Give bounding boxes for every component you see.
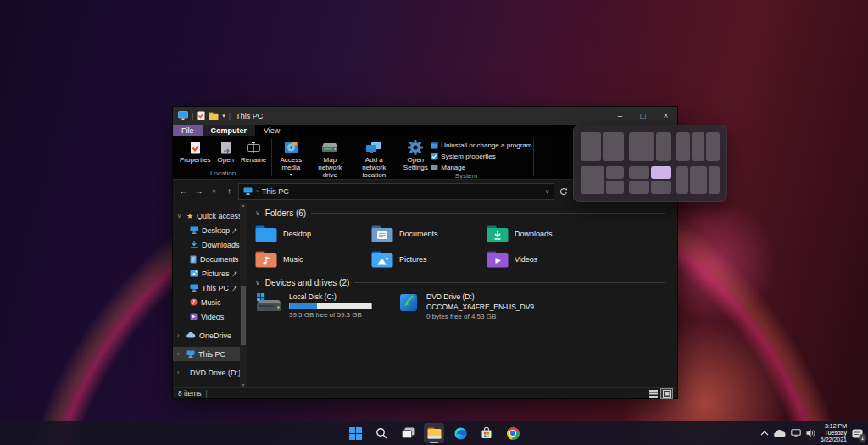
scroll-up-icon[interactable]: ▲ [242,203,246,208]
snap-cell[interactable] [606,181,623,194]
snap-cell[interactable] [581,132,601,161]
drive-tile-local-disk[interactable]: Local Disk (C:) 39.5 GB free of 59.3 GB [255,292,372,320]
snap-layout-two-columns[interactable] [581,132,624,161]
snap-cell[interactable] [690,166,707,195]
folders-section-header[interactable]: ∨ Folders (6) [255,206,677,220]
qat-customize-chevron-icon[interactable]: ▾ [222,113,225,120]
snap-cell[interactable] [656,132,671,161]
tray-overflow-chevron-icon[interactable] [760,431,769,436]
snap-cell[interactable] [709,166,720,195]
large-icons-view-button[interactable] [661,389,672,398]
snap-cell[interactable] [676,132,690,161]
chevron-down-icon[interactable]: ∨ [255,279,260,286]
scrollbar-thumb[interactable] [241,286,246,345]
music-folder-icon [255,251,277,268]
chrome-button[interactable] [503,423,523,443]
snap-layout-half-plus-stack[interactable] [581,166,624,195]
search-button[interactable] [371,423,392,443]
properties-button[interactable]: Properties [176,138,214,164]
breadcrumb-location[interactable]: This PC [262,187,289,196]
qat-properties-icon[interactable] [197,111,205,120]
titlebar[interactable]: | ▾ | This PC – □ × [173,107,677,125]
folder-tile-music[interactable]: Music [255,247,371,272]
access-media-button[interactable]: Access media ▾ [274,138,308,180]
snap-cell[interactable] [692,132,705,161]
rename-button[interactable]: Rename [237,138,270,164]
file-explorer-taskbar-button[interactable] [424,423,444,443]
address-dropdown-chevron-icon[interactable]: ∨ [545,188,549,195]
network-tray-icon[interactable] [791,429,801,437]
edge-button[interactable] [450,423,470,443]
snap-cell[interactable] [603,132,623,161]
start-button[interactable] [345,423,365,443]
snap-cell[interactable] [651,181,671,194]
minimize-button[interactable]: – [609,107,632,125]
sidebar-item-label: DVD Drive (D:) CC [190,369,247,377]
sidebar-item-quick-access[interactable]: ∨ ★ Quick access [173,209,247,223]
task-view-button[interactable] [398,423,418,443]
refresh-button[interactable] [557,187,570,196]
chevron-right-icon[interactable]: › [177,370,183,375]
address-bar[interactable]: › This PC ∨ [238,183,554,200]
sidebar-scrollbar[interactable]: ▲ ▼ [240,203,247,387]
taskbar-clock[interactable]: 3:12 PM Tuesday 6/22/2021 [821,423,847,443]
sidebar-item-videos[interactable]: Videos [173,309,247,324]
snap-cell[interactable] [706,132,720,161]
manage-button[interactable]: Manage [431,162,531,172]
sidebar-item-downloads[interactable]: Downloads [173,237,247,252]
back-button[interactable]: ← [177,186,190,196]
maximize-button[interactable]: □ [632,107,654,125]
snap-layout-three-columns[interactable] [676,132,720,161]
snap-layout-four-quarters[interactable] [629,166,672,195]
folder-tile-pictures[interactable]: Pictures [371,247,487,272]
folder-tile-videos[interactable]: Videos [487,247,631,272]
notification-center-button[interactable]: 1 [852,427,864,439]
folder-tile-desktop[interactable]: Desktop [255,221,371,247]
snap-cell[interactable] [581,166,604,195]
sidebar-item-documents[interactable]: Documents [173,252,247,266]
chevron-right-icon[interactable]: › [177,351,183,357]
uninstall-program-button[interactable]: Uninstall or change a program [431,140,531,150]
recent-locations-chevron-icon[interactable]: ∨ [208,188,220,195]
add-network-location-button[interactable]: Add a network location [352,138,396,180]
sidebar-item-music[interactable]: Music [173,295,247,309]
tab-computer[interactable]: Computer [203,125,256,136]
chevron-down-icon[interactable]: ∨ [255,209,260,217]
open-button[interactable]: Open [214,138,237,164]
tab-file[interactable]: File [173,125,203,136]
qat-folder-icon[interactable] [209,112,219,120]
sidebar-item-dvd-drive[interactable]: › DVD Drive (D:) CC [173,365,247,380]
sidebar-item-pictures[interactable]: Pictures [173,266,247,281]
forward-button[interactable]: → [192,186,205,196]
drive-tile-dvd[interactable]: DVD Drive (D:) CCCOMA_X64FRE_EN-US_DV9 0… [398,292,534,320]
onedrive-tray-icon[interactable] [774,430,786,437]
snap-cell-highlighted[interactable] [651,166,671,180]
folder-tile-documents[interactable]: Documents [371,221,487,247]
snap-cell[interactable] [676,166,687,195]
chevron-right-icon[interactable]: › [177,332,183,338]
store-button[interactable] [476,423,497,443]
volume-tray-icon[interactable] [806,429,815,437]
open-settings-button[interactable]: Open Settings [400,138,431,172]
sidebar-item-this-pc-pinned[interactable]: This PC [173,281,247,295]
snap-cell[interactable] [606,166,623,180]
sidebar-item-onedrive[interactable]: › OneDrive [173,328,247,342]
sidebar-item-this-pc[interactable]: › This PC [173,347,247,361]
scroll-down-icon[interactable]: ▼ [242,382,246,387]
up-button[interactable]: ↑ [223,186,236,196]
tab-view[interactable]: View [255,125,288,136]
section-rule [311,213,665,214]
snap-cell[interactable] [629,181,649,194]
snap-layout-wide-left[interactable] [629,132,672,161]
details-view-button[interactable] [648,389,659,398]
system-properties-button[interactable]: System properties [431,151,531,161]
snap-layout-wide-center[interactable] [676,166,720,195]
snap-cell[interactable] [629,166,649,180]
close-button[interactable]: × [654,107,677,125]
folder-tile-downloads[interactable]: Downloads [487,221,631,247]
snap-cell[interactable] [629,132,655,161]
drives-section-header[interactable]: ∨ Devices and drives (2) [255,275,677,289]
chevron-down-icon[interactable]: ∨ [177,213,183,220]
sidebar-item-label: Music [201,298,221,307]
sidebar-item-desktop[interactable]: Desktop [173,223,247,237]
